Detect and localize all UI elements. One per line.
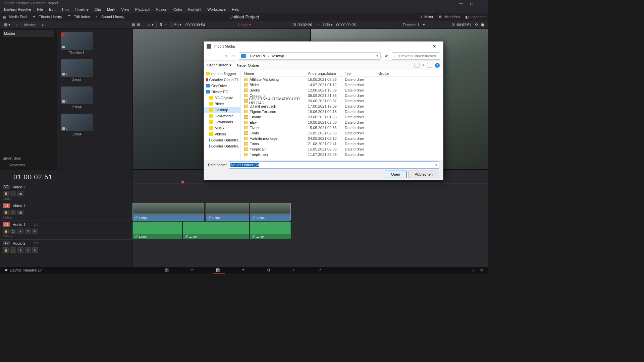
nav-forward-icon[interactable]: → <box>215 54 222 58</box>
media-clip[interactable]: ▦♪2.mp4 <box>61 86 93 109</box>
track-badge-a2[interactable]: A2 <box>3 241 10 245</box>
dialog-close-button[interactable]: ✕ <box>428 44 440 49</box>
view-thumb-icon[interactable]: ▦ <box>131 22 135 27</box>
chevron-down-icon[interactable]: ▾ <box>376 54 378 58</box>
sidebar-node[interactable]: Dokumente <box>204 113 240 119</box>
track-badge-v2[interactable]: V2 <box>3 185 10 189</box>
menu-view[interactable]: View <box>118 7 132 12</box>
col-name[interactable]: Name <box>241 71 308 75</box>
chevron-down-icon[interactable]: ▾ <box>249 22 251 27</box>
disable-icon[interactable]: ▣ <box>17 191 23 196</box>
track-badge-v1[interactable]: V1 <box>3 203 10 208</box>
timeline-body[interactable]: 🔗1.mp4🔗1.mp4🔗1.mp4 🔗1.mp4🔗1.mp4🔗1.mp4 <box>132 170 488 267</box>
search-input[interactable]: ⌕ "Desktop" durchsuchen <box>392 52 440 60</box>
sidebar-node[interactable]: Bilder <box>204 101 240 107</box>
col-size[interactable]: Größe <box>378 71 398 75</box>
bin-path[interactable]: Master <box>24 23 36 27</box>
file-row[interactable]: Books12.08.2021 16:09Dateiordner <box>241 87 443 93</box>
help-icon[interactable]: ? <box>435 63 440 68</box>
sidebar-node[interactable]: Lokaler Datentra <box>204 143 240 149</box>
menu-color[interactable]: Color <box>171 7 185 12</box>
timeline-clip[interactable]: 🔗1.mp4 <box>206 203 249 221</box>
fusion-page-icon[interactable]: ✦ <box>241 267 247 273</box>
gang-icon[interactable]: ⟲ <box>475 22 478 27</box>
cut-page-icon[interactable]: ✂ <box>191 267 196 273</box>
file-row[interactable]: Fonts15.05.2021 02:36Dateiordner <box>241 130 443 136</box>
timeline-clip[interactable]: 🔗1.mp4 <box>250 222 291 239</box>
file-row[interactable]: Fiverr15.05.2021 02:36Dateiordner <box>241 125 443 130</box>
menu-playback[interactable]: Playback <box>132 7 153 12</box>
close-button[interactable]: ✕ <box>479 1 486 5</box>
edit-index-toggle[interactable]: ☰ Edit Index <box>67 15 90 19</box>
search-icon[interactable]: ⌕ <box>148 23 150 27</box>
arm-icon[interactable]: ● <box>17 229 23 234</box>
menu-help[interactable]: Help <box>229 7 242 12</box>
home-icon[interactable]: ⌂ <box>472 268 475 273</box>
file-row[interactable]: Fortnite montage04.08.2021 02:13Dateiord… <box>241 136 443 141</box>
lock-icon[interactable]: 🔒 <box>3 247 9 253</box>
sidebar-node[interactable]: 3D-Objekte <box>204 95 240 101</box>
metadata-toggle[interactable]: 🗎Metadata <box>439 15 460 19</box>
nav-up-icon[interactable]: ↑ <box>231 54 235 58</box>
search-dropdown-icon[interactable]: ▾ <box>152 22 154 27</box>
single-viewer-icon[interactable]: ▣ <box>481 22 484 27</box>
chevron-down-icon[interactable]: ▾ <box>435 163 437 167</box>
edit-page-icon[interactable]: ▤ <box>216 267 221 273</box>
nav-back-icon[interactable]: ← <box>207 54 213 58</box>
sidebar-node[interactable]: Downloads <box>204 119 240 125</box>
sidebar-node[interactable]: Dieser PC <box>204 89 240 95</box>
file-row[interactable]: Eigene Texturen18.06.2021 00:13Dateiordn… <box>241 109 443 114</box>
more-icon-2[interactable]: ⋯ <box>315 22 319 27</box>
auto-select-icon[interactable]: ▢ <box>10 247 16 253</box>
more-icon[interactable]: ⋯ <box>165 22 169 27</box>
file-row[interactable]: Affiliate Marketing15.05.2021 02:36Datei… <box>241 77 443 82</box>
track-badge-a1[interactable]: A1 <box>3 222 10 227</box>
chevron-down-icon[interactable]: ▾ <box>422 63 424 67</box>
menu-clip[interactable]: Clip <box>92 7 104 12</box>
mute-button[interactable]: M <box>32 229 38 234</box>
breadcrumb[interactable]: › Dieser PC › Desktop › ▾ <box>239 52 381 60</box>
track-header-v1[interactable]: V1 Video 1 🔒 ▢ ▣ 3 Clips <box>0 202 132 221</box>
timeline-clip[interactable]: 🔗1.mp4 <box>132 222 182 239</box>
track-a1[interactable]: 🔗1.mp4🔗1.mp4🔗1.mp4 <box>132 221 488 240</box>
zoom-dropdown[interactable]: 36% ▾ <box>322 22 333 27</box>
menu-workspace[interactable]: Workspace <box>205 7 228 12</box>
auto-select-icon[interactable]: ▢ <box>10 210 16 215</box>
media-clip[interactable]: ▦♪3.mp4 <box>61 59 93 82</box>
timeline-name[interactable]: Timeline 1 <box>403 23 420 27</box>
menu-fusion[interactable]: Fusion <box>154 7 170 12</box>
view-mode-button[interactable] <box>414 63 420 68</box>
file-row[interactable]: Bilder14.07.2021 01:12Dateiordner <box>241 82 443 87</box>
breadcrumb-pc[interactable]: Dieser PC <box>250 54 267 58</box>
file-row[interactable]: CSV ETSY AUTOMATISCHER UPLOAD20.06.2021 … <box>241 98 443 104</box>
sidebar-node[interactable]: marker flaggen+ <box>204 71 240 77</box>
bin-master[interactable]: Master <box>3 30 54 37</box>
sidebar-node[interactable]: Creative Cloud Fil <box>204 77 240 83</box>
media-clip[interactable]: ▦Timeline 1 <box>61 32 93 55</box>
media-pool-toggle[interactable]: ▦ Media Pool <box>3 15 27 19</box>
breadcrumb-desktop[interactable]: Desktop <box>270 54 284 58</box>
view-list-icon[interactable]: ☰ <box>137 22 140 27</box>
col-type[interactable]: Typ <box>345 71 378 75</box>
track-v1[interactable]: 🔗1.mp4🔗1.mp4🔗1.mp4 <box>132 202 488 221</box>
source-clip-name[interactable]: 1.mp4 <box>237 23 248 27</box>
sound-library-toggle[interactable]: ♪ Sound Library <box>95 15 124 19</box>
lock-icon[interactable]: 🔒 <box>3 191 9 196</box>
timeline-clip[interactable]: 🔗1.mp4 <box>132 203 204 221</box>
menu-edit[interactable]: Edit <box>46 7 58 12</box>
refresh-icon[interactable]: ⟳ <box>383 54 390 58</box>
file-row[interactable]: Etsy19.08.2021 02:00Dateiordner <box>241 120 443 125</box>
lock-icon[interactable]: 🔒 <box>3 210 9 215</box>
timeline-clip[interactable]: 🔗1.mp4 <box>183 222 249 239</box>
mute-button[interactable]: M <box>32 247 38 253</box>
solo-button[interactable]: S <box>25 247 31 253</box>
settings-icon[interactable]: ⚙ <box>480 268 484 273</box>
solo-button[interactable]: S <box>25 229 31 234</box>
deliver-page-icon[interactable]: ↗ <box>318 267 323 273</box>
file-row[interactable]: Envato23.08.2021 01:59Dateiordner <box>241 114 443 120</box>
auto-select-icon[interactable]: ▢ <box>10 229 16 234</box>
fit-dropdown[interactable]: Fit ▾ <box>174 22 181 27</box>
disable-icon[interactable]: ▣ <box>17 210 23 215</box>
color-page-icon[interactable]: ◑ <box>267 267 272 273</box>
menu-fairlight[interactable]: Fairlight <box>185 7 204 12</box>
